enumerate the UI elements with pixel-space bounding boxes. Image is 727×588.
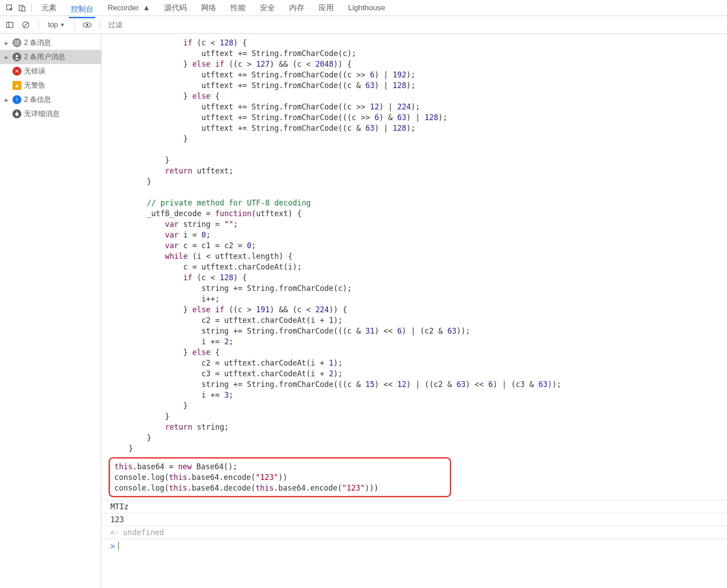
console-output-row[interactable]: MTIz	[101, 500, 727, 513]
tab-network[interactable]: 网络	[199, 0, 218, 16]
separator	[100, 20, 100, 29]
error-icon: ✕	[12, 67, 21, 76]
main-area: ▸ 2 条消息 ▸ 2 条用户消息 ✕ 无错误 ▲ 无警告 ▸ i 2 条信息	[0, 34, 727, 588]
tab-performance[interactable]: 性能	[229, 0, 247, 16]
filter-input[interactable]	[106, 20, 199, 30]
sidebar-item-user-messages[interactable]: ▸ 2 条用户消息	[0, 50, 101, 64]
clear-console-icon[interactable]	[20, 19, 32, 31]
code-line: console.log(this.base64.encode("123"))	[114, 472, 445, 483]
sidebar-label: 无错误	[24, 67, 45, 76]
code-line: this.base64 = new Base64();	[114, 461, 445, 472]
list-icon	[12, 38, 21, 47]
console-output-row[interactable]: 123	[101, 513, 727, 526]
undefined-label: undefined	[123, 528, 164, 537]
sidebar-item-warnings[interactable]: ▲ 无警告	[0, 78, 101, 93]
svg-point-8	[86, 24, 89, 26]
separator	[74, 20, 75, 29]
sidebar-label: 2 条信息	[24, 95, 51, 105]
device-toggle-icon[interactable]	[16, 2, 28, 14]
sidebar-item-info[interactable]: ▸ i 2 条信息	[0, 93, 101, 107]
svg-point-13	[16, 113, 18, 116]
sidebar-item-errors[interactable]: ✕ 无错误	[0, 64, 101, 78]
console-prompt[interactable]: >	[101, 539, 727, 553]
chevron-right-icon: ▸	[4, 39, 10, 47]
tab-recorder[interactable]: Recorder ▲	[106, 1, 152, 15]
sidebar-label: 2 条用户消息	[24, 52, 65, 62]
tab-lighthouse[interactable]: Lighthouse	[346, 1, 387, 15]
sidebar-label: 无警告	[24, 81, 45, 90]
chevron-right-icon: ▸	[4, 53, 10, 61]
sidebar-label: 2 条消息	[24, 38, 51, 48]
svg-point-18	[16, 112, 18, 113]
preview-badge-icon: ▲	[143, 4, 150, 12]
sidebar-toggle-icon[interactable]	[4, 19, 16, 31]
devtools-tabs: 元素 控制台 Recorder ▲ 源代码 网络 性能 安全 内存 应用 Lig…	[40, 0, 387, 16]
separator	[31, 4, 32, 12]
tab-security[interactable]: 安全	[258, 0, 277, 16]
tab-console[interactable]: 控制台	[69, 1, 95, 18]
info-icon: i	[12, 95, 21, 104]
inspect-icon[interactable]	[4, 2, 16, 14]
tab-elements[interactable]: 元素	[40, 0, 58, 16]
console-content: if (c < 128) { utftext += String.fromCha…	[101, 34, 727, 588]
text-cursor	[118, 542, 119, 550]
warning-icon: ▲	[12, 81, 21, 90]
bug-icon	[12, 109, 21, 118]
sidebar-label: 无详细消息	[24, 109, 60, 119]
separator	[38, 20, 39, 29]
return-arrow-icon: <·	[110, 528, 119, 537]
svg-rect-2	[22, 7, 25, 11]
highlighted-input-block: this.base64 = new Base64(); console.log(…	[109, 457, 451, 497]
tab-memory[interactable]: 内存	[287, 0, 306, 16]
user-icon	[12, 52, 21, 61]
console-sidebar: ▸ 2 条消息 ▸ 2 条用户消息 ✕ 无错误 ▲ 无警告 ▸ i 2 条信息	[0, 34, 101, 588]
context-selector[interactable]: top ▼	[45, 20, 68, 30]
prompt-chevron-icon: >	[110, 542, 115, 551]
svg-line-6	[24, 23, 28, 27]
console-toolbar: top ▼	[0, 16, 727, 34]
sidebar-item-verbose[interactable]: 无详细消息	[0, 107, 101, 121]
sidebar-item-messages[interactable]: ▸ 2 条消息	[0, 36, 101, 50]
chevron-down-icon: ▼	[60, 22, 65, 28]
tab-application[interactable]: 应用	[317, 0, 335, 16]
devtools-top-toolbar: 元素 控制台 Recorder ▲ 源代码 网络 性能 安全 内存 应用 Lig…	[0, 0, 727, 16]
live-expression-icon[interactable]	[81, 19, 93, 31]
context-label: top	[48, 21, 58, 29]
chevron-right-icon: ▸	[4, 96, 10, 104]
code-line: console.log(this.base64.decode(this.base…	[114, 483, 445, 493]
tab-recorder-label: Recorder	[108, 4, 139, 12]
svg-point-12	[16, 55, 18, 57]
code-block[interactable]: if (c < 128) { utftext += String.fromCha…	[101, 34, 727, 455]
console-return-row[interactable]: <· undefined	[101, 526, 727, 539]
tab-sources[interactable]: 源代码	[162, 0, 189, 16]
svg-rect-3	[7, 22, 13, 28]
